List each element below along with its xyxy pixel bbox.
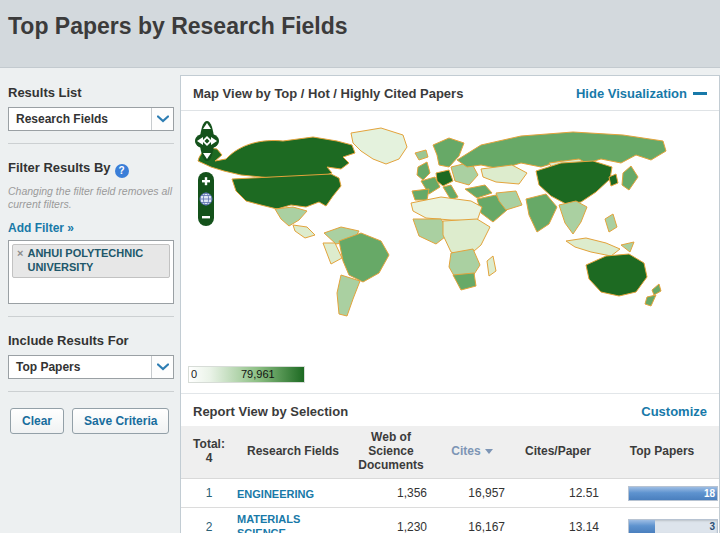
report-title: Report View by Selection [193,404,348,419]
country-madagascar [487,256,496,276]
row-rank: 2 [181,520,237,533]
map-header: Map View by Top / Hot / Highly Cited Pap… [181,76,719,111]
world-map[interactable] [181,115,719,367]
chevron-down-icon[interactable] [151,108,173,130]
map-controls [194,119,220,231]
table-row: 1 ENGINEERING 1,356 16,957 12.51 18 [181,479,719,508]
column-top-papers[interactable]: Top Papers [605,445,719,459]
cites-per-paper-value: 13.14 [511,520,605,533]
sidebar-divider [8,143,174,144]
country-indonesia [566,238,620,256]
country-argentina-chile [337,275,360,316]
filter-note: Changing the filter field removes all cu… [8,185,174,212]
field-link[interactable]: ENGINEERING [237,488,314,501]
remove-filter-icon[interactable]: × [17,247,23,275]
help-icon[interactable]: ? [115,164,129,178]
sidebar-divider [8,391,174,392]
add-filter-link[interactable]: Add Filter » [8,221,74,235]
customize-link[interactable]: Customize [641,404,707,419]
country-kazakhstan [481,165,527,184]
sidebar-divider [8,316,174,317]
column-wos-documents[interactable]: Web of Science Documents [349,431,433,472]
top-papers-value: 18 [704,488,715,499]
region-scandinavia [433,138,464,167]
legend-min: 0 [191,368,197,380]
country-new-zealand [645,284,661,306]
column-cites-sorted[interactable]: Cites [433,445,511,459]
filter-tag-label: ANHUI POLYTECHNIC UNIVERSITY [27,247,164,275]
country-canada [198,137,355,179]
pan-control[interactable] [194,119,220,163]
region-iberia [412,189,429,200]
documents-value: 1,356 [349,486,433,500]
results-list-dropdown[interactable]: Research Fields [8,107,174,131]
minus-icon [693,92,707,95]
documents-value: 1,230 [349,520,433,533]
region-central-america [293,225,315,238]
country-japan [622,166,638,190]
clear-button[interactable]: Clear [10,408,64,434]
main-panel: Map View by Top / Hot / Highly Cited Pap… [180,75,720,533]
table-header-row: Total: 4 Research Fields Web of Science … [181,426,719,479]
country-turkey [465,185,492,198]
save-criteria-button[interactable]: Save Criteria [72,408,169,434]
page-title: Top Papers by Research Fields [8,13,348,40]
top-papers-bar: 18 [628,486,718,501]
country-peru [323,243,342,264]
legend-max: 79,961 [241,368,275,380]
include-results-dropdown[interactable]: Top Papers [8,355,174,379]
country-brazil [339,233,389,282]
table-row: 2 MATERIALSSCIENCE 1,230 16,167 13.14 3 [181,508,719,533]
cites-value: 16,957 [433,486,511,500]
sidebar: Results List Research Fields Filter Resu… [0,75,180,533]
row-rank: 1 [181,486,237,500]
country-papua [621,242,634,252]
sort-desc-icon [485,449,493,454]
cites-value: 16,167 [433,520,511,533]
column-total: Total: 4 [181,438,237,466]
hide-visualization-link[interactable]: Hide Visualization [576,86,707,101]
zoom-out-button [202,216,210,218]
region-southeast-asia [559,201,587,234]
legend-gradient: 0 79,961 [188,366,305,383]
top-papers-bar: 3 [628,519,718,533]
filter-results-label: Filter Results By? [8,160,174,178]
country-uk [417,162,430,180]
chevron-down-icon[interactable] [151,356,173,378]
column-cites-per-paper[interactable]: Cites/Paper [511,445,605,459]
filter-box: × ANHUI POLYTECHNIC UNIVERSITY [8,240,174,304]
country-greenland [351,128,407,164]
country-philippines [605,214,617,232]
column-research-fields[interactable]: Research Fields [237,445,349,459]
cites-per-paper-value: 12.51 [511,486,605,500]
country-mexico [275,207,307,226]
results-list-label: Results List [8,85,174,100]
country-south-africa [453,273,476,290]
filter-tag[interactable]: × ANHUI POLYTECHNIC UNIVERSITY [12,244,170,279]
zoom-control[interactable] [196,171,216,227]
map-title: Map View by Top / Hot / Highly Cited Pap… [193,86,463,101]
country-india [526,194,557,232]
include-results-label: Include Results For [8,333,174,348]
field-link[interactable]: MATERIALSSCIENCE [237,513,300,533]
country-australia [586,254,647,296]
country-usa [232,174,341,209]
map-area: 0 79,961 [181,111,719,379]
country-iceland [415,150,428,160]
report-header: Report View by Selection Customize [181,394,719,426]
include-results-value: Top Papers [9,360,151,374]
results-list-value: Research Fields [9,112,151,126]
region-north-africa [411,197,482,221]
globe-icon [200,193,212,205]
top-papers-bar-fill [629,520,655,533]
page-header: Top Papers by Research Fields [0,0,720,68]
table-body: 1 ENGINEERING 1,356 16,957 12.51 18 2 MA… [181,479,719,533]
top-papers-value: 3 [709,521,715,532]
